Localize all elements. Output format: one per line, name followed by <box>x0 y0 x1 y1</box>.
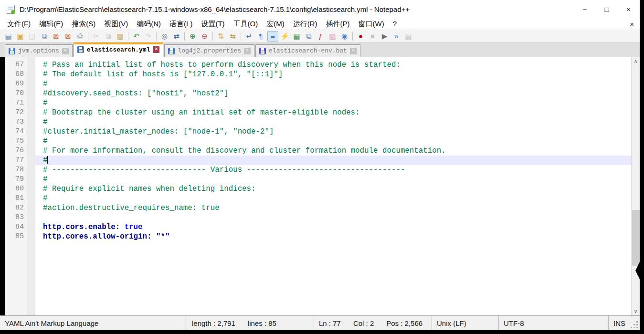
playback-macro-icon[interactable]: ▶ <box>379 31 390 42</box>
code-text: # <box>35 156 631 165</box>
document-list-icon[interactable]: ⧉ <box>303 31 314 42</box>
open-file-icon[interactable]: ▣ <box>15 31 26 42</box>
tab-close-icon[interactable]: × <box>153 46 159 53</box>
sync-horizontal-scroll-icon[interactable]: ⇆ <box>227 31 238 42</box>
editor-line-75[interactable]: 75# <box>0 136 631 146</box>
maximize-button[interactable]: □ <box>596 0 618 18</box>
record-macro-icon[interactable]: ● <box>355 31 366 42</box>
copy-icon: ⧉ <box>103 31 114 42</box>
editor-line-82[interactable]: 82#action.destructive_requires_name: tru… <box>0 203 631 213</box>
editor-line-74[interactable]: 74#cluster.initial_master_nodes: ["node-… <box>0 127 631 136</box>
menu-item-settings[interactable]: 设置(T) <box>197 19 229 28</box>
status-typing-mode[interactable]: INS <box>609 316 640 330</box>
code-token <box>120 223 124 231</box>
save-state-icon <box>259 48 266 54</box>
notepadpp-app-icon <box>7 5 15 14</box>
close-file-icon[interactable]: ⊠ <box>51 31 62 42</box>
menu-item-view[interactable]: 视图(V) <box>100 19 132 28</box>
tab-close-icon[interactable]: × <box>62 48 69 54</box>
tab-close-icon[interactable]: × <box>244 48 251 54</box>
editor-line-84[interactable]: 84http.cors.enable: true <box>0 222 631 232</box>
zoom-out-icon[interactable]: ⊖ <box>199 31 210 42</box>
status-eol-format[interactable]: Unix (LF) <box>432 316 499 330</box>
paste-icon[interactable]: ▥ <box>115 31 126 42</box>
editor-line-80[interactable]: 80# Require explicit names when deleting… <box>0 184 631 194</box>
editor-line-77[interactable]: 77# <box>0 156 631 165</box>
window-controls: − □ × <box>574 0 640 18</box>
editor-pane[interactable]: 67# Pass an initial list of hosts to per… <box>0 57 640 315</box>
tab-elasticsearch-yml[interactable]: elasticsearch.yml× <box>74 42 164 57</box>
editor-line-79[interactable]: 79# <box>0 175 631 184</box>
editor-line-69[interactable]: 69# <box>0 79 631 89</box>
sync-vertical-scroll-icon[interactable]: ⇅ <box>215 31 226 42</box>
redo-icon: ↷ <box>143 31 154 42</box>
menu-item-file[interactable]: 文件(F) <box>3 19 35 28</box>
vertical-scrollbar[interactable]: ∧ ∨ <box>631 57 640 315</box>
tab-elasticsearch-env-bat[interactable]: elasticsearch-env.bat× <box>255 44 360 57</box>
code-token: #action.destructive_requires_name: true <box>43 204 220 212</box>
editor-line-85[interactable]: 85http.cores.allow-origin: "*" <box>0 232 631 241</box>
editor-line-83[interactable]: 83 <box>0 213 631 222</box>
menu-item-run[interactable]: 运行(R) <box>289 19 322 28</box>
tab-jvm-options[interactable]: jvm.options× <box>5 44 73 57</box>
line-number: 76 <box>5 146 24 156</box>
document-map-icon[interactable]: ▦ <box>291 31 302 42</box>
status-encoding[interactable]: UTF-8 <box>499 316 609 330</box>
menu-item-macro[interactable]: 宏(M) <box>262 19 289 28</box>
new-file-icon[interactable]: ▤ <box>3 31 14 42</box>
desktop-edge-bottom <box>0 330 644 334</box>
close-button[interactable]: × <box>618 0 640 18</box>
toolbar-separator <box>352 32 353 41</box>
editor-line-70[interactable]: 70#discovery.seed_hosts: ["host1", "host… <box>0 89 631 98</box>
minimize-button[interactable]: − <box>574 0 596 18</box>
user-defined-language-icon[interactable]: ƒ <box>315 31 326 42</box>
scroll-up-button[interactable]: ∧ <box>632 57 640 65</box>
tab-close-icon[interactable]: × <box>350 48 357 54</box>
menu-item-encoding[interactable]: 编码(N) <box>132 19 165 28</box>
show-indent-guide-icon[interactable]: ≡ <box>267 31 278 42</box>
menu-item-help[interactable]: ? <box>389 19 401 28</box>
print-icon[interactable]: ⎙ <box>74 31 85 42</box>
toolbar-separator <box>156 32 157 41</box>
code-text: # The default list of hosts is ["127.0.0… <box>35 70 631 79</box>
find-icon[interactable]: ◎ <box>159 31 170 42</box>
tab-label: elasticsearch.yml <box>87 46 150 53</box>
code-text: # <box>35 136 631 146</box>
editor-line-68[interactable]: 68# The default list of hosts is ["127.0… <box>0 70 631 79</box>
tab-label: elasticsearch-env.bat <box>269 47 347 54</box>
undo-icon[interactable]: ↶ <box>131 31 142 42</box>
zoom-in-icon[interactable]: ⊕ <box>187 31 198 42</box>
close-all-icon[interactable]: ⊠ <box>63 31 74 42</box>
scroll-down-button[interactable]: ∨ <box>632 307 640 315</box>
line-number: 78 <box>5 165 24 175</box>
editor-line-81[interactable]: 81# <box>0 194 631 203</box>
scrollbar-thumb[interactable] <box>632 210 640 266</box>
editor-line-71[interactable]: 71# <box>0 98 631 108</box>
folder-as-workspace-icon[interactable]: ▨ <box>327 31 338 42</box>
replace-icon[interactable]: ⇄ <box>171 31 182 42</box>
function-list-icon[interactable]: ⚡ <box>279 31 290 42</box>
menu-item-language[interactable]: 语言(L) <box>165 19 197 28</box>
tab-log4j2-properties[interactable]: log4j2.properties× <box>164 44 254 57</box>
show-all-characters-icon[interactable]: ¶ <box>255 31 266 42</box>
menu-item-plugins[interactable]: 插件(P) <box>322 19 354 28</box>
line-number: 80 <box>5 184 24 194</box>
editor-line-76[interactable]: 76# For more information, consult the di… <box>0 146 631 156</box>
editor-line-72[interactable]: 72# Bootstrap the cluster using an initi… <box>0 108 631 117</box>
editor-line-78[interactable]: 78# ---------------------------------- V… <box>0 165 631 175</box>
editor-line-67[interactable]: 67# Pass an initial list of hosts to per… <box>0 60 631 70</box>
editor-line-73[interactable]: 73# <box>0 117 631 127</box>
word-wrap-icon[interactable]: ↵ <box>243 31 254 42</box>
menu-item-window[interactable]: 窗口(W) <box>354 19 389 28</box>
monitoring-eye-icon[interactable]: ◉ <box>339 31 350 42</box>
save-all-icon[interactable]: ⧉ <box>39 31 50 42</box>
stop-macro-icon: ■ <box>367 31 378 42</box>
code-token: # For more information, consult the disc… <box>43 146 446 155</box>
menu-item-tools[interactable]: 工具(O) <box>229 19 263 28</box>
menu-item-edit[interactable]: 编辑(E) <box>35 19 67 28</box>
run-macro-multiple-icon[interactable]: » <box>391 31 402 42</box>
line-number: 67 <box>5 60 24 70</box>
menu-item-search[interactable]: 搜索(S) <box>67 19 100 28</box>
tab-label: log4j2.properties <box>178 47 241 54</box>
menu-close-document-button[interactable]: × <box>630 20 634 28</box>
